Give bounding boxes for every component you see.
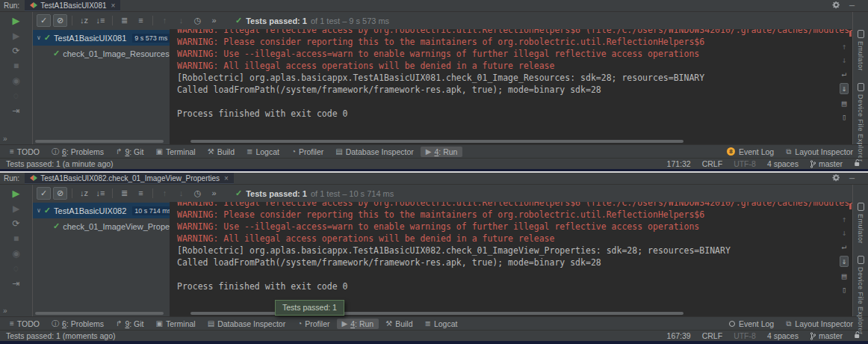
show-ignored-icon[interactable]: ⊘ — [53, 187, 67, 200]
tool-profiler[interactable]: ◔Profiler — [286, 147, 329, 157]
event-log-button[interactable]: 8 Event Log — [727, 147, 774, 156]
soft-wrap-icon[interactable]: ↵ — [842, 242, 847, 251]
expand-all-icon[interactable]: ≣ — [117, 14, 131, 27]
lock-icon[interactable] — [854, 159, 861, 168]
toolbar-overflow-icon[interactable]: » — [3, 307, 7, 315]
show-passed-icon[interactable]: ✓ — [37, 14, 51, 27]
collapse-all-icon[interactable]: ≡ — [134, 187, 148, 200]
indent-setting[interactable]: 4 spaces — [767, 159, 799, 168]
test-history-icon[interactable]: ◷ — [190, 14, 205, 27]
toolbar-overflow-icon[interactable]: » — [3, 135, 7, 143]
tool-database-inspector[interactable]: ▤Database Inspector — [330, 147, 419, 157]
clear-console-icon[interactable]: ▯ — [842, 113, 847, 121]
lock-icon[interactable] — [854, 331, 861, 340]
emulator-tool-button[interactable]: Emulator — [857, 203, 864, 244]
tool-database-inspector[interactable]: ▤Database Inspector — [202, 319, 291, 329]
tool-build[interactable]: ⚒Build — [202, 147, 240, 157]
test-tree-root-row[interactable]: ∨ ✓ TestA1BasicUIX082 (org.aplas.basicap… — [33, 203, 170, 218]
rerun-icon[interactable]: ▶ — [13, 16, 20, 25]
console-horizontal-scrollbar[interactable] — [190, 140, 683, 143]
tool-todo[interactable]: ≡TODO — [4, 147, 45, 157]
toggle-auto-test-icon[interactable]: ⟳ — [12, 219, 19, 228]
previous-occurrence-icon[interactable]: ↑ — [158, 187, 172, 200]
rerun-icon[interactable]: ▶ — [13, 188, 20, 198]
tool-run[interactable]: ▶4: Run — [337, 319, 379, 329]
collapse-all-icon[interactable]: ≡ — [134, 14, 148, 27]
run-console[interactable]: WARNING: Illegal reflective access by or… — [170, 202, 852, 316]
expand-all-icon[interactable]: ≣ — [117, 187, 131, 200]
sort-by-duration-icon[interactable]: ↓≡ — [93, 187, 108, 200]
tool-logcat[interactable]: ≣Logcat — [419, 319, 462, 329]
tree-horizontal-scrollbar[interactable] — [35, 312, 164, 315]
rerun-failed-tests-icon[interactable]: ▶ — [13, 31, 19, 40]
stop-icon[interactable]: ■ — [13, 234, 19, 243]
file-encoding[interactable]: UTF-8 — [734, 159, 756, 168]
clear-console-icon[interactable]: ▯ — [842, 286, 847, 294]
tool-profiler[interactable]: ◔Profiler — [292, 319, 335, 329]
next-occurrence-icon[interactable]: ↓ — [174, 14, 188, 27]
tool-problems[interactable]: ⓘ6: Problems — [46, 319, 109, 329]
toolbar-more-icon[interactable]: » — [207, 14, 221, 27]
show-ignored-icon[interactable]: ⊘ — [53, 14, 67, 27]
scroll-to-end-icon[interactable]: ⇓ — [840, 83, 849, 94]
screenshot-icon[interactable]: ◉ — [12, 249, 19, 258]
caret-position[interactable]: 167:39 — [667, 331, 691, 340]
scroll-down-icon[interactable]: ↓ — [842, 56, 847, 64]
git-branch[interactable]: master — [810, 159, 843, 168]
scroll-up-icon[interactable]: ↑ — [842, 43, 847, 51]
file-encoding[interactable]: UTF-8 — [734, 331, 756, 340]
next-occurrence-icon[interactable]: ↓ — [174, 187, 188, 200]
chevron-down-icon[interactable]: ∨ — [37, 34, 41, 41]
soft-wrap-icon[interactable]: ↵ — [842, 70, 847, 78]
toolbar-more-icon[interactable]: » — [207, 187, 221, 200]
sort-by-duration-icon[interactable]: ↓≡ — [93, 14, 108, 27]
git-branch[interactable]: master — [810, 331, 843, 340]
print-icon[interactable]: ▤ — [842, 99, 847, 108]
tool-git[interactable]: ↱9: Git — [111, 147, 149, 157]
test-history-icon[interactable]: ◷ — [190, 187, 205, 200]
minimize-icon[interactable]: ─ — [849, 1, 855, 10]
layout-inspector-button[interactable]: ⧉ Layout Inspector — [786, 319, 853, 328]
tree-horizontal-scrollbar[interactable] — [35, 140, 164, 143]
run-tab[interactable]: TestA1BasicUIX081 × — [25, 0, 120, 11]
line-ending[interactable]: CRLF — [702, 159, 722, 168]
import-tests-icon[interactable]: ⇥ — [12, 279, 19, 288]
sort-alphabetically-icon[interactable]: ↓z — [77, 14, 91, 27]
sort-alphabetically-icon[interactable]: ↓z — [77, 187, 91, 200]
run-console[interactable]: WARNING: Illegal reflective access by or… — [170, 29, 852, 144]
tool-problems[interactable]: ⓘ6: Problems — [46, 147, 109, 157]
test-tree-root-row[interactable]: ∨ ✓ TestA1BasicUIX081 (org.aplas.basicap… — [33, 30, 170, 46]
close-icon[interactable]: × — [224, 174, 229, 182]
scroll-down-icon[interactable]: ↓ — [842, 229, 847, 237]
run-tab[interactable]: TestA1BasicUIX082.check_01_ImageView_Pro… — [25, 173, 234, 184]
gear-icon[interactable] — [832, 1, 840, 10]
tool-git[interactable]: ↱9: Git — [111, 319, 149, 329]
caret-position[interactable]: 171:32 — [667, 159, 691, 168]
rerun-failed-tests-icon[interactable]: ▶ — [13, 204, 19, 213]
gear-icon[interactable] — [832, 173, 840, 183]
event-log-button[interactable]: Event Log — [729, 319, 774, 328]
layout-inspector-button[interactable]: ⧉ Layout Inspector — [786, 147, 853, 156]
screenshot-icon[interactable]: ◉ — [12, 76, 19, 85]
emulator-tool-button[interactable]: Emulator — [857, 30, 864, 71]
minimize-icon[interactable]: ─ — [849, 174, 855, 182]
test-tree-child-row[interactable]: ✓ check_01_Image_Resources 9 s 573 ms — [33, 46, 170, 61]
chevron-down-icon[interactable]: ∨ — [37, 207, 41, 214]
console-horizontal-scrollbar[interactable] — [190, 312, 683, 315]
tool-terminal[interactable]: ▣Terminal — [151, 319, 201, 329]
tool-run[interactable]: ▶4: Run — [421, 147, 463, 157]
line-ending[interactable]: CRLF — [702, 331, 722, 340]
test-tree-child-row[interactable]: ✓ check_01_ImageView_Properties 10 s 714… — [33, 218, 170, 234]
print-icon[interactable]: ▤ — [842, 272, 847, 280]
tool-todo[interactable]: ≡TODO — [4, 319, 45, 329]
coverage-icon[interactable]: ◌ — [13, 264, 19, 273]
show-passed-icon[interactable]: ✓ — [37, 187, 51, 200]
import-tests-icon[interactable]: ⇥ — [12, 106, 19, 115]
stop-icon[interactable]: ■ — [13, 61, 19, 70]
tool-logcat[interactable]: ≣Logcat — [241, 147, 285, 157]
scroll-to-end-icon[interactable]: ⇓ — [840, 256, 849, 267]
coverage-icon[interactable]: ◌ — [13, 91, 19, 100]
close-icon[interactable]: × — [111, 1, 116, 10]
toggle-auto-test-icon[interactable]: ⟳ — [12, 46, 19, 55]
tool-build[interactable]: ⚒Build — [380, 319, 418, 329]
